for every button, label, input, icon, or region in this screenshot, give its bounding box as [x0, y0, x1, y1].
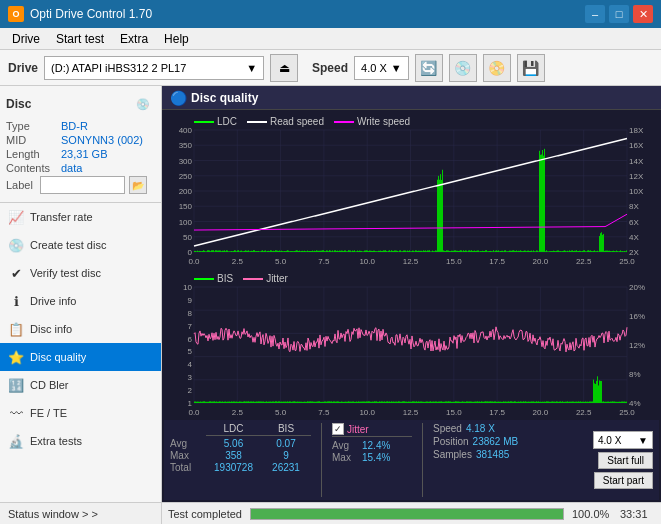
- sidebar: Disc 💿 Type BD-R MID SONYNN3 (002) Lengt…: [0, 86, 162, 502]
- maximize-button[interactable]: □: [609, 5, 629, 23]
- legend-ldc: LDC: [194, 116, 237, 127]
- status-window-button[interactable]: Status window > >: [0, 503, 162, 524]
- menu-drive[interactable]: Drive: [4, 30, 48, 48]
- bis-total: 26231: [261, 462, 311, 473]
- chart2-container: BIS Jitter: [164, 269, 659, 419]
- eject-button[interactable]: ⏏: [270, 54, 298, 82]
- start-full-button[interactable]: Start full: [598, 452, 653, 469]
- disc2-button[interactable]: 📀: [483, 54, 511, 82]
- sidebar-item-disc-info-label: Disc info: [30, 323, 72, 335]
- disc-length-val: 23,31 GB: [61, 148, 107, 160]
- bis-avg: 0.07: [261, 438, 311, 449]
- refresh-button[interactable]: 🔄: [415, 54, 443, 82]
- speed-stat-label: Speed: [433, 423, 462, 434]
- sidebar-item-verify-test-disc-label: Verify test disc: [30, 267, 101, 279]
- position-val: 23862 MB: [473, 436, 519, 447]
- disc-button[interactable]: 💿: [449, 54, 477, 82]
- status-right: Test completed 100.0% 33:31: [162, 508, 661, 520]
- speed-dropdown-icon: ▼: [391, 62, 402, 74]
- progress-bar: [250, 508, 564, 520]
- disc-contents-key: Contents: [6, 162, 61, 174]
- charts-area: LDC Read speed Write speed: [162, 110, 661, 502]
- ldc-avg: 5.06: [206, 438, 261, 449]
- app-title: Opti Drive Control 1.70: [30, 7, 152, 21]
- disc-type-val: BD-R: [61, 120, 88, 132]
- disc-length-key: Length: [6, 148, 61, 160]
- legend-jitter: Jitter: [243, 273, 288, 284]
- jitter-avg: 12.4%: [362, 440, 407, 451]
- disc-type-key: Type: [6, 120, 61, 132]
- disc-quality-title: Disc quality: [191, 91, 258, 105]
- ldc-header: LDC: [206, 423, 261, 436]
- speed-value: 4.0 X: [361, 62, 387, 74]
- fe-te-icon: 〰: [8, 405, 24, 421]
- drive-bar: Drive (D:) ATAPI iHBS312 2 PL17 ▼ ⏏ Spee…: [0, 50, 661, 86]
- position-label: Position: [433, 436, 469, 447]
- disc-mid-key: MID: [6, 134, 61, 146]
- jitter-max-label: Max: [332, 452, 362, 463]
- sidebar-item-cd-bler[interactable]: 🔢 CD Bler: [0, 371, 161, 399]
- nav-section: 📈 Transfer rate 💿 Create test disc ✔ Ver…: [0, 203, 161, 502]
- content-area: 🔵 Disc quality LDC Read speed: [162, 86, 661, 502]
- disc-label-input[interactable]: [40, 176, 125, 194]
- right-controls: 4.0 X ▼ Start full Start part: [593, 423, 653, 497]
- disc-quality-icon: ⭐: [8, 349, 24, 365]
- sidebar-item-transfer-rate[interactable]: 📈 Transfer rate: [0, 203, 161, 231]
- create-test-disc-icon: 💿: [8, 237, 24, 253]
- speed-dropdown-val: 4.0 X: [598, 435, 621, 446]
- main-area: Disc 💿 Type BD-R MID SONYNN3 (002) Lengt…: [0, 86, 661, 502]
- legend-read-speed: Read speed: [247, 116, 324, 127]
- menu-extra[interactable]: Extra: [112, 30, 156, 48]
- bis-chart: [164, 269, 659, 419]
- disc-label-browse-button[interactable]: 📂: [129, 176, 147, 194]
- legend-read-speed-label: Read speed: [270, 116, 324, 127]
- close-button[interactable]: ✕: [633, 5, 653, 23]
- drive-selector[interactable]: (D:) ATAPI iHBS312 2 PL17 ▼: [44, 56, 264, 80]
- start-part-button[interactable]: Start part: [594, 472, 653, 489]
- sidebar-item-fe-te-label: FE / TE: [30, 407, 67, 419]
- speed-pos-stats: Speed 4.18 X Position 23862 MB Samples 3…: [433, 423, 543, 497]
- speed-dropdown[interactable]: 4.0 X ▼: [593, 431, 653, 449]
- sidebar-item-drive-info[interactable]: ℹ Drive info: [0, 287, 161, 315]
- disc-section-icon: 💿: [131, 92, 155, 116]
- drive-value: (D:) ATAPI iHBS312 2 PL17: [51, 62, 242, 74]
- disc-quality-header-icon: 🔵: [170, 90, 187, 106]
- bis-max: 9: [261, 450, 311, 461]
- sidebar-item-disc-info[interactable]: 📋 Disc info: [0, 315, 161, 343]
- ldc-max: 358: [206, 450, 261, 461]
- sidebar-item-fe-te[interactable]: 〰 FE / TE: [0, 399, 161, 427]
- disc-mid-val: SONYNN3 (002): [61, 134, 143, 146]
- legend-jitter-label: Jitter: [266, 273, 288, 284]
- sidebar-item-create-test-disc[interactable]: 💿 Create test disc: [0, 231, 161, 259]
- stats-panel: LDC BIS Avg 5.06 0.07 Max 358 9 Total: [164, 420, 659, 500]
- sidebar-item-extra-tests-label: Extra tests: [30, 435, 82, 447]
- legend-write-speed: Write speed: [334, 116, 410, 127]
- disc-title: Disc: [6, 97, 31, 111]
- ldc-total: 1930728: [206, 462, 261, 473]
- speed-selector[interactable]: 4.0 X ▼: [354, 56, 409, 80]
- progress-bar-fill: [251, 509, 563, 519]
- ldc-chart: [164, 112, 659, 268]
- extra-tests-icon: 🔬: [8, 433, 24, 449]
- cd-bler-icon: 🔢: [8, 377, 24, 393]
- minimize-button[interactable]: –: [585, 5, 605, 23]
- jitter-checkbox[interactable]: ✓: [332, 423, 344, 435]
- sidebar-item-disc-quality[interactable]: ⭐ Disc quality: [0, 343, 161, 371]
- samples-val: 381485: [476, 449, 509, 460]
- legend-bis-label: BIS: [217, 273, 233, 284]
- jitter-max: 15.4%: [362, 452, 407, 463]
- menu-help[interactable]: Help: [156, 30, 197, 48]
- drive-info-icon: ℹ: [8, 293, 24, 309]
- menu-bar: Drive Start test Extra Help: [0, 28, 661, 50]
- status-message: Test completed: [168, 508, 242, 520]
- save-button[interactable]: 💾: [517, 54, 545, 82]
- sidebar-item-transfer-rate-label: Transfer rate: [30, 211, 93, 223]
- disc-label-key: Label: [6, 179, 36, 191]
- menu-start-test[interactable]: Start test: [48, 30, 112, 48]
- transfer-rate-icon: 📈: [8, 209, 24, 225]
- sidebar-item-verify-test-disc[interactable]: ✔ Verify test disc: [0, 259, 161, 287]
- chart1-container: LDC Read speed Write speed: [164, 112, 659, 268]
- sidebar-item-extra-tests[interactable]: 🔬 Extra tests: [0, 427, 161, 455]
- status-window-label: Status window > >: [8, 508, 98, 520]
- ldc-bis-stats: LDC BIS Avg 5.06 0.07 Max 358 9 Total: [170, 423, 311, 497]
